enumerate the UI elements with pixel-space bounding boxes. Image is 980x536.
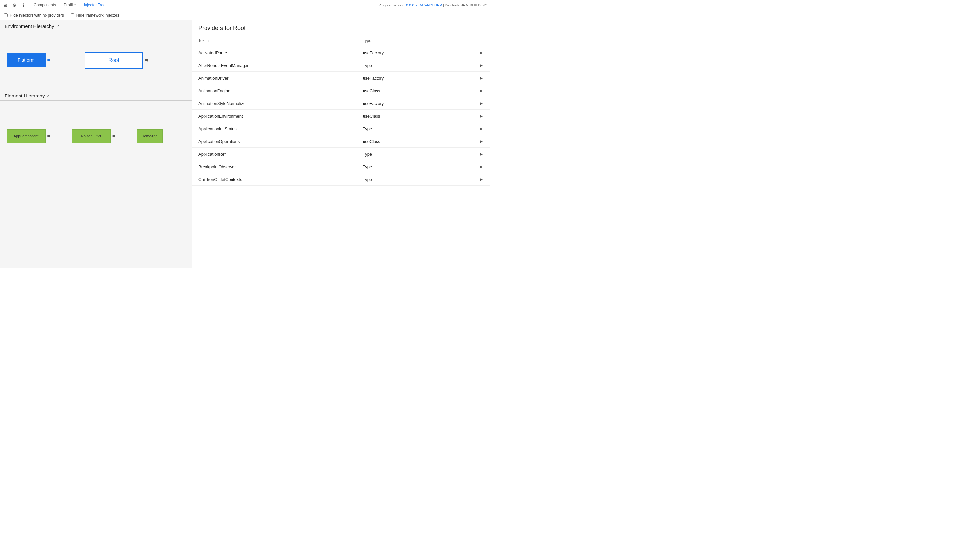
table-row[interactable]: ChildrenOutletContextsType►: [192, 173, 490, 186]
nav-arrow-button[interactable]: ►: [479, 177, 484, 182]
table-row[interactable]: BreakpointObserverType►: [192, 160, 490, 173]
main-layout: Environment Hierarchy ↗: [0, 20, 490, 268]
topbar-tabs: Components Profiler Injector Tree: [30, 0, 379, 10]
env-diagram[interactable]: Platform Root: [0, 31, 191, 90]
token-cell: ApplicationOperations: [192, 135, 356, 148]
token-cell: BreakpointObserver: [192, 160, 356, 173]
hide-framework-check[interactable]: Hide framework injectors: [70, 13, 119, 17]
hide-no-providers-input[interactable]: [4, 13, 8, 17]
type-cell: Type: [356, 59, 444, 72]
version-link[interactable]: 0.0.0-PLACEHOLDER: [406, 3, 442, 7]
table-header-row: Token Type: [192, 35, 490, 46]
col-type: Type: [356, 35, 444, 46]
nav-arrow-button[interactable]: ►: [479, 50, 484, 55]
nav-arrow-cell[interactable]: ►: [444, 46, 490, 59]
token-cell: AnimationEngine: [192, 84, 356, 97]
gear-icon[interactable]: ⚙: [12, 3, 17, 8]
token-cell: ChildrenOutletContexts: [192, 173, 356, 186]
ext-link-icon-env[interactable]: ↗: [56, 24, 59, 29]
version-info: Angular version: 0.0.0-PLACEHOLDER | Dev…: [379, 3, 487, 7]
nav-arrow-cell[interactable]: ►: [444, 84, 490, 97]
nav-arrow-button[interactable]: ►: [479, 113, 484, 119]
hide-framework-input[interactable]: [70, 13, 75, 17]
tab-components[interactable]: Components: [30, 0, 60, 10]
col-token: Token: [192, 35, 356, 46]
type-cell: useFactory: [356, 72, 444, 84]
table-row[interactable]: ApplicationInitStatusType►: [192, 122, 490, 135]
grid-icon[interactable]: ⊞: [3, 3, 8, 8]
type-cell: useClass: [356, 84, 444, 97]
info-icon[interactable]: ℹ: [21, 3, 26, 8]
elem-diagram[interactable]: AppComponent RouterOutlet DemoApp: [0, 101, 191, 172]
type-cell: useClass: [356, 135, 444, 148]
env-hierarchy-header: Environment Hierarchy ↗: [0, 20, 191, 31]
hide-no-providers-check[interactable]: Hide injectors with no providers: [4, 13, 64, 17]
elem-hierarchy-title: Element Hierarchy: [5, 93, 45, 98]
type-cell: Type: [356, 122, 444, 135]
nav-arrow-cell[interactable]: ►: [444, 160, 490, 173]
table-row[interactable]: ActivatedRouteuseFactory►: [192, 46, 490, 59]
type-cell: Type: [356, 148, 444, 160]
nav-arrow-button[interactable]: ►: [479, 63, 484, 68]
nav-arrow-cell[interactable]: ►: [444, 110, 490, 122]
nav-arrow-cell[interactable]: ►: [444, 72, 490, 84]
node-root[interactable]: Root: [84, 52, 143, 68]
hide-framework-label: Hide framework injectors: [76, 13, 119, 17]
type-cell: Type: [356, 160, 444, 173]
nav-arrow-button[interactable]: ►: [479, 151, 484, 157]
table-row[interactable]: ApplicationEnvironmentuseClass►: [192, 110, 490, 122]
nav-arrow-button[interactable]: ►: [479, 88, 484, 93]
right-panel: Providers for Root Token Type ActivatedR…: [192, 20, 490, 268]
left-panel: Environment Hierarchy ↗: [0, 20, 192, 268]
type-cell: useFactory: [356, 46, 444, 59]
token-cell: ApplicationInitStatus: [192, 122, 356, 135]
table-row[interactable]: AnimationDriveruseFactory►: [192, 72, 490, 84]
nav-arrow-cell[interactable]: ►: [444, 148, 490, 160]
node-platform[interactable]: Platform: [6, 53, 46, 67]
token-cell: AfterRenderEventManager: [192, 59, 356, 72]
ext-link-icon-elem[interactable]: ↗: [46, 94, 50, 98]
node-app-component[interactable]: AppComponent: [6, 129, 46, 143]
nav-arrow-button[interactable]: ►: [479, 101, 484, 106]
nav-arrow-button[interactable]: ►: [479, 126, 484, 131]
topbar: ⊞ ⚙ ℹ Components Profiler Injector Tree …: [0, 0, 490, 10]
table-row[interactable]: AnimationEngineuseClass►: [192, 84, 490, 97]
providers-table: Token Type ActivatedRouteuseFactory►Afte…: [192, 35, 490, 186]
col-arrow-header: [444, 35, 490, 46]
type-cell: useFactory: [356, 97, 444, 110]
token-cell: ActivatedRoute: [192, 46, 356, 59]
topbar-icons: ⊞ ⚙ ℹ: [3, 3, 26, 8]
table-row[interactable]: AfterRenderEventManagerType►: [192, 59, 490, 72]
hide-no-providers-label: Hide injectors with no providers: [10, 13, 64, 17]
elem-hierarchy-header: Element Hierarchy ↗: [0, 90, 191, 100]
tab-injector-tree[interactable]: Injector Tree: [80, 0, 110, 10]
nav-arrow-cell[interactable]: ►: [444, 173, 490, 186]
table-row[interactable]: AnimationStyleNormalizeruseFactory►: [192, 97, 490, 110]
node-demo-app[interactable]: DemoApp: [137, 129, 162, 143]
type-cell: Type: [356, 173, 444, 186]
nav-arrow-button[interactable]: ►: [479, 164, 484, 169]
token-cell: AnimationStyleNormalizer: [192, 97, 356, 110]
token-cell: ApplicationEnvironment: [192, 110, 356, 122]
env-hierarchy-title: Environment Hierarchy: [5, 24, 54, 29]
table-row[interactable]: ApplicationRefType►: [192, 148, 490, 160]
nav-arrow-cell[interactable]: ►: [444, 122, 490, 135]
node-router-outlet[interactable]: RouterOutlet: [72, 129, 111, 143]
nav-arrow-button[interactable]: ►: [479, 75, 484, 81]
nav-arrow-cell[interactable]: ►: [444, 59, 490, 72]
nav-arrow-cell[interactable]: ►: [444, 135, 490, 148]
token-cell: AnimationDriver: [192, 72, 356, 84]
providers-header: Providers for Root: [192, 20, 490, 35]
type-cell: useClass: [356, 110, 444, 122]
table-row[interactable]: ApplicationOperationsuseClass►: [192, 135, 490, 148]
token-cell: ApplicationRef: [192, 148, 356, 160]
nav-arrow-button[interactable]: ►: [479, 139, 484, 144]
nav-arrow-cell[interactable]: ►: [444, 97, 490, 110]
checkbar: Hide injectors with no providers Hide fr…: [0, 10, 490, 20]
tab-profiler[interactable]: Profiler: [60, 0, 80, 10]
